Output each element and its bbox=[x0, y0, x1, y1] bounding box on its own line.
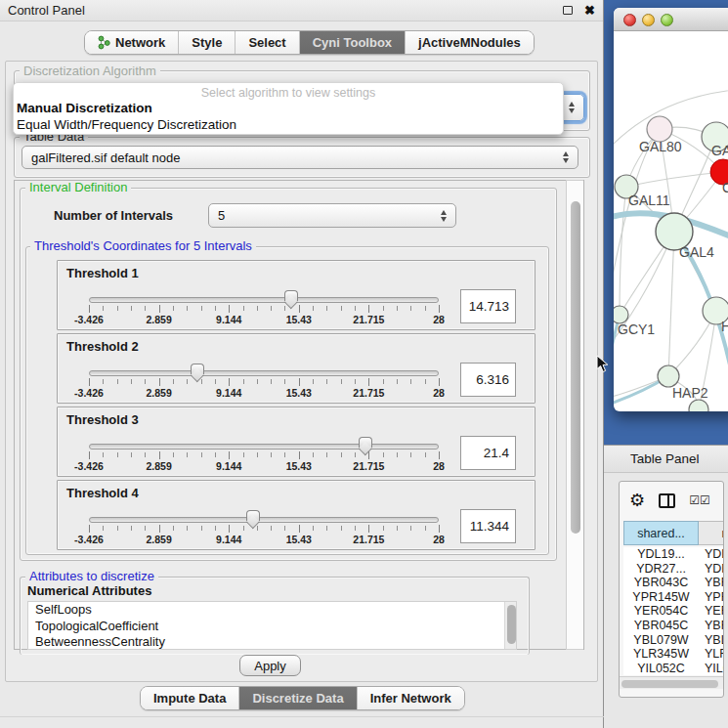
threshold-4-slider-handle[interactable] bbox=[246, 510, 260, 521]
column-header-name[interactable]: na bbox=[699, 521, 724, 545]
cell[interactable]: YBL0 bbox=[699, 633, 724, 648]
cell[interactable]: YER054C bbox=[623, 604, 699, 619]
node-partial[interactable] bbox=[689, 400, 708, 411]
threshold-2-slider-handle[interactable] bbox=[191, 364, 204, 374]
cell[interactable]: YBL079W bbox=[623, 633, 699, 648]
tab-cyni-toolbox-label: Cyni Toolbox bbox=[313, 35, 392, 50]
table-horizontal-scrollbar[interactable] bbox=[620, 676, 723, 689]
threshold-1-slider[interactable] bbox=[89, 297, 439, 303]
threshold-4-value-field[interactable]: 11.344 bbox=[460, 509, 516, 543]
traffic-light-minimize-icon[interactable] bbox=[642, 14, 655, 26]
threshold-2-label: Threshold 2 bbox=[66, 339, 139, 354]
chevron-up-down-icon bbox=[441, 210, 447, 222]
table-data-combobox[interactable]: galFiltered.sif default node bbox=[21, 146, 578, 169]
tab-network[interactable]: Network bbox=[85, 31, 179, 54]
cell[interactable]: YER0 bbox=[699, 604, 724, 619]
num-intervals-combobox[interactable]: 5 bbox=[208, 203, 456, 228]
cell[interactable]: YBR045C bbox=[623, 619, 699, 633]
table-row[interactable]: YBR045CYBR0 bbox=[623, 619, 724, 633]
tab-jactivemnodules-label: jActiveMNodules bbox=[418, 35, 521, 50]
traffic-light-close-icon[interactable] bbox=[623, 14, 636, 26]
table-row[interactable]: YBL079WYBL0 bbox=[623, 633, 724, 648]
cell[interactable]: YBR0 bbox=[699, 619, 724, 633]
table-horizontal-scrollbar-thumb[interactable] bbox=[621, 680, 718, 688]
cell[interactable]: YBR043C bbox=[623, 576, 699, 590]
attributes-scrollbar[interactable] bbox=[504, 602, 516, 649]
cell[interactable]: YIL052C bbox=[623, 662, 699, 676]
table-row[interactable]: YIL052CYIL0 bbox=[623, 662, 724, 676]
cell[interactable]: YDL1 bbox=[699, 547, 724, 562]
split-view-icon[interactable] bbox=[659, 493, 675, 508]
thresholds-group-title: Threshold's Coordinates for 5 Intervals bbox=[30, 239, 256, 253]
cell[interactable]: YDR2 bbox=[699, 562, 724, 577]
node-hap2[interactable] bbox=[658, 365, 679, 387]
attributes-scrollbar-thumb[interactable] bbox=[507, 605, 516, 644]
node-label: GAL4 bbox=[679, 244, 714, 260]
table-data-value: galFiltered.sif default node bbox=[31, 150, 563, 165]
close-icon[interactable]: ✖ bbox=[584, 4, 595, 17]
column-header-shared-name[interactable]: shared... bbox=[623, 521, 699, 545]
threshold-2-slider[interactable] bbox=[89, 370, 439, 376]
algorithm-option-manual[interactable]: Manual Discretization bbox=[14, 100, 563, 116]
threshold-1-slider-handle[interactable] bbox=[284, 290, 298, 301]
node-label: HAP2 bbox=[672, 385, 708, 401]
threshold-4-slider[interactable] bbox=[89, 517, 439, 523]
table-row[interactable]: YER054CYER0 bbox=[623, 604, 724, 619]
tab-discretize-data[interactable]: Discretize Data bbox=[239, 687, 357, 709]
mouse-cursor-icon bbox=[596, 355, 609, 373]
list-item[interactable]: SelfLoops bbox=[28, 602, 516, 619]
network-view-window[interactable]: GAL80 GA C GAL11 GAL4 GCY1 H HAP2 bbox=[614, 8, 728, 411]
chevron-up-down-icon bbox=[563, 151, 569, 163]
cell[interactable]: YLR345W bbox=[623, 647, 699, 662]
list-item[interactable]: TopologicalCoefficient bbox=[28, 619, 516, 635]
algorithm-option-equal-width[interactable]: Equal Width/Frequency Discretization bbox=[14, 116, 563, 133]
threshold-2-value-field[interactable]: 6.316 bbox=[460, 363, 516, 397]
table-row[interactable]: YDR27...YDR2 bbox=[623, 562, 724, 577]
table-panel-inner: ⚙ ☑☑ shared... na YDL19...YDL1 YDR27...Y… bbox=[619, 481, 724, 698]
cell[interactable]: YDL19... bbox=[623, 547, 699, 562]
gear-icon[interactable]: ⚙ bbox=[629, 492, 645, 509]
numerical-attributes-label: Numerical Attributes bbox=[27, 583, 151, 598]
cell[interactable]: YDR27... bbox=[623, 562, 699, 577]
table-row[interactable]: YDL19...YDL1 bbox=[623, 547, 724, 562]
table-row[interactable]: YLR345WYLR3 bbox=[623, 647, 724, 662]
tab-jactivemnodules[interactable]: jActiveMNodules bbox=[406, 31, 534, 54]
float-window-icon[interactable] bbox=[563, 6, 573, 15]
tick-label: 28 bbox=[433, 460, 445, 472]
cell[interactable]: YPR145W bbox=[623, 590, 699, 605]
tab-impute-data[interactable]: Impute Data bbox=[141, 687, 239, 709]
threshold-panel-2: Threshold 2 -3.426 2.859 9.144 15.43 21.… bbox=[57, 333, 535, 404]
tab-network-label: Network bbox=[115, 35, 165, 50]
threshold-3-slider-handle[interactable] bbox=[359, 437, 372, 448]
table-row[interactable]: YPR145WYPR1 bbox=[623, 590, 724, 605]
table-panel-body: ⚙ ☑☑ shared... na YDL19...YDL1 YDR27...Y… bbox=[604, 473, 728, 728]
tab-select[interactable]: Select bbox=[236, 31, 299, 54]
table-panel-titlebar: Table Panel bbox=[604, 445, 728, 473]
num-intervals-value: 5 bbox=[218, 208, 441, 223]
traffic-light-zoom-icon[interactable] bbox=[661, 14, 673, 26]
network-canvas[interactable]: GAL80 GA C GAL11 GAL4 GCY1 H HAP2 bbox=[614, 32, 728, 411]
settings-scrollbar-thumb[interactable] bbox=[571, 201, 580, 534]
threshold-3-value-field[interactable]: 21.4 bbox=[460, 436, 516, 470]
table-toolbar: ⚙ ☑☑ bbox=[620, 482, 723, 519]
node-label: C bbox=[722, 180, 728, 195]
tab-style-label: Style bbox=[192, 35, 222, 50]
threshold-1-value-field[interactable]: 14.713 bbox=[460, 289, 516, 323]
apply-button[interactable]: Apply bbox=[239, 655, 301, 676]
tab-infer-network[interactable]: Infer Network bbox=[358, 687, 464, 709]
settings-scrollbar[interactable] bbox=[566, 180, 583, 650]
cell[interactable]: YIL0 bbox=[699, 662, 724, 676]
tick-label: 28 bbox=[433, 387, 445, 399]
list-item[interactable]: BetweennessCentrality bbox=[28, 634, 516, 650]
tab-cyni-toolbox[interactable]: Cyni Toolbox bbox=[300, 31, 406, 54]
table-row[interactable]: YBR043CYBR0 bbox=[623, 576, 724, 590]
bottom-tab-bar: Impute Data Discretize Data Infer Networ… bbox=[140, 686, 465, 710]
tab-style[interactable]: Style bbox=[179, 31, 236, 54]
checkbox-icons[interactable]: ☑☑ bbox=[689, 493, 710, 507]
cell[interactable]: YLR3 bbox=[699, 647, 724, 662]
algorithm-dropdown-popup: Select algorithm to view settings Manual… bbox=[13, 82, 564, 135]
tick-label: -3.426 bbox=[74, 314, 104, 325]
cell[interactable]: YPR1 bbox=[699, 590, 724, 605]
cell[interactable]: YBR0 bbox=[699, 576, 724, 590]
threshold-3-slider[interactable] bbox=[89, 444, 439, 450]
